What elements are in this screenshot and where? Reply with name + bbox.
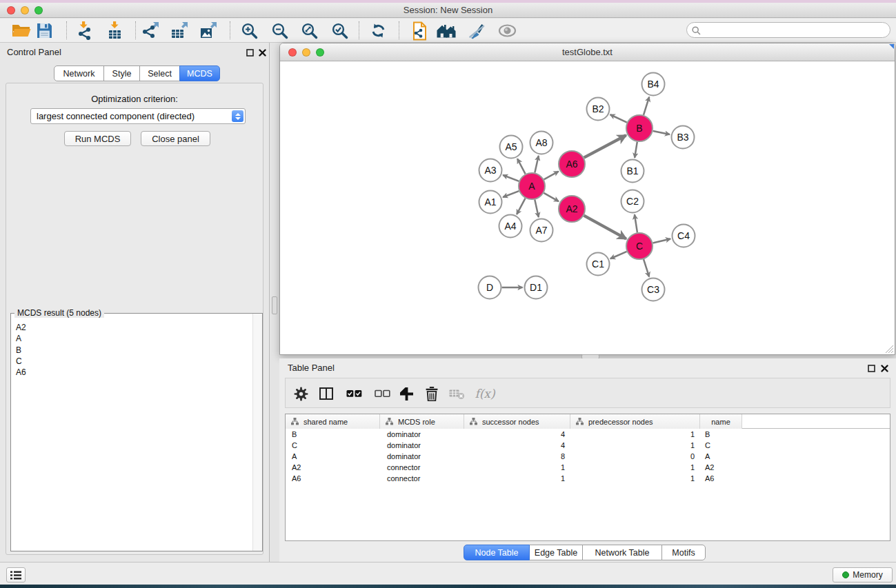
tab-style[interactable]: Style xyxy=(103,65,140,81)
tab-mcds[interactable]: MCDS xyxy=(179,65,220,81)
table-row[interactable]: Cdominator41C xyxy=(286,440,890,451)
table-row[interactable]: Bdominator41B xyxy=(286,429,890,440)
run-mcds-button[interactable]: Run MCDS xyxy=(64,131,131,146)
show-graphics-details-button[interactable] xyxy=(495,20,519,41)
function-builder-button[interactable]: f(x) xyxy=(473,385,497,403)
add-column-button[interactable] xyxy=(397,385,415,403)
graph-node-C1[interactable]: C1 xyxy=(587,253,610,276)
search-input[interactable] xyxy=(704,23,886,37)
graph-node-A3[interactable]: A3 xyxy=(479,159,502,182)
graph-node-A6[interactable]: A6 xyxy=(559,151,585,177)
zoom-window-button[interactable] xyxy=(34,6,43,14)
zoom-selected-button[interactable] xyxy=(327,20,352,41)
graph-edge-B-B1[interactable] xyxy=(635,142,637,158)
tab-motifs[interactable]: Motifs xyxy=(661,545,706,560)
optimization-criterion-select[interactable]: largest connected component (directed) xyxy=(30,108,246,124)
network-close-button[interactable] xyxy=(288,48,297,57)
graph-node-C2[interactable]: C2 xyxy=(621,190,644,213)
column-settings-button[interactable] xyxy=(292,385,310,403)
close-panel-button[interactable] xyxy=(258,48,267,57)
task-history-button[interactable] xyxy=(6,567,26,582)
zoom-fit-button[interactable] xyxy=(297,20,321,41)
graph-node-C4[interactable]: C4 xyxy=(673,225,695,247)
graph-edge-A-A6[interactable] xyxy=(544,172,559,180)
graph-node-B1[interactable]: B1 xyxy=(621,160,644,183)
column-header-shared-name[interactable]: shared name xyxy=(286,414,380,429)
memory-button[interactable]: Memory xyxy=(833,567,893,582)
graph-node-D1[interactable]: D1 xyxy=(525,276,548,299)
delete-table-button[interactable] xyxy=(448,385,466,403)
graph-edge-A-A4[interactable] xyxy=(517,199,525,214)
vertical-splitter-handle[interactable] xyxy=(272,296,277,314)
save-session-button[interactable] xyxy=(32,20,57,41)
graph-edge-C-C2[interactable] xyxy=(635,214,637,232)
result-item[interactable]: B xyxy=(12,345,252,356)
graph-edge-A2-C[interactable] xyxy=(584,216,626,239)
graph-edge-A-A5[interactable] xyxy=(517,159,526,174)
tab-select[interactable]: Select xyxy=(139,65,180,81)
graph-node-B2[interactable]: B2 xyxy=(587,98,610,121)
table-float-button[interactable] xyxy=(867,364,876,373)
clone-network-button[interactable] xyxy=(406,20,431,41)
resize-grip-icon[interactable] xyxy=(884,344,894,354)
network-canvas[interactable]: B4B2BB3A8A5A6A3B1AA1C2A2A4A7C4CC1DD1C3 xyxy=(280,61,895,354)
graph-edge-B-B3[interactable] xyxy=(653,131,670,134)
graph-edge-C-C4[interactable] xyxy=(653,239,670,243)
enable-all-checks-button[interactable] xyxy=(345,385,363,403)
float-panel-button[interactable] xyxy=(246,48,255,57)
export-network-button[interactable] xyxy=(139,20,163,41)
import-table-button[interactable] xyxy=(102,20,127,41)
disable-all-checks-button[interactable] xyxy=(373,385,391,403)
tab-network[interactable]: Network xyxy=(54,65,104,81)
tab-network-table[interactable]: Network Table xyxy=(582,545,662,560)
network-zoom-button[interactable] xyxy=(316,48,324,57)
result-item[interactable]: A xyxy=(12,333,252,344)
result-item[interactable]: A2 xyxy=(12,322,252,333)
column-header-name[interactable]: name xyxy=(700,414,742,429)
table-row[interactable]: Adominator80A xyxy=(286,451,890,462)
column-header-successor-nodes[interactable]: successor nodes xyxy=(464,414,570,429)
welcome-screen-button[interactable] xyxy=(434,20,459,41)
graph-node-A2[interactable]: A2 xyxy=(559,196,585,222)
graph-edge-B-B4[interactable] xyxy=(644,97,649,115)
graph-node-B[interactable]: B xyxy=(626,115,653,141)
delete-column-button[interactable] xyxy=(423,385,441,403)
hide-graphics-details-button[interactable] xyxy=(464,20,489,41)
graph-node-A4[interactable]: A4 xyxy=(499,215,522,238)
import-network-button[interactable] xyxy=(71,20,96,41)
minimize-window-button[interactable] xyxy=(21,6,29,14)
close-window-button[interactable] xyxy=(7,6,15,14)
table-row[interactable]: A2connector11A2 xyxy=(286,462,890,473)
search-box[interactable] xyxy=(686,22,890,38)
table-close-button[interactable] xyxy=(880,364,889,373)
graph-node-A1[interactable]: A1 xyxy=(479,191,502,214)
graph-edge-A-A8[interactable] xyxy=(535,156,538,172)
graph-edge-B-B2[interactable] xyxy=(610,114,627,122)
graph-edge-A-A7[interactable] xyxy=(535,200,539,217)
graph-edge-C-C1[interactable] xyxy=(610,252,627,258)
graph-node-A5[interactable]: A5 xyxy=(500,136,523,159)
graph-edge-A-A3[interactable] xyxy=(503,175,519,181)
graph-node-A[interactable]: A xyxy=(519,173,545,199)
graph-edge-A-A1[interactable] xyxy=(503,191,519,197)
graph-node-D[interactable]: D xyxy=(479,276,501,299)
result-scrollbar[interactable] xyxy=(252,314,262,551)
network-minimize-button[interactable] xyxy=(302,48,310,57)
graph-node-B4[interactable]: B4 xyxy=(642,73,665,96)
network-graph[interactable]: B4B2BB3A8A5A6A3B1AA1C2A2A4A7C4CC1DD1C3 xyxy=(280,61,895,354)
column-header-predecessor-nodes[interactable]: predecessor nodes xyxy=(570,414,700,429)
graph-node-C[interactable]: C xyxy=(626,233,653,259)
zoom-in-button[interactable] xyxy=(237,20,261,41)
split-table-button[interactable] xyxy=(317,385,335,403)
result-item[interactable]: C xyxy=(12,356,252,367)
graph-edge-A-A2[interactable] xyxy=(544,193,558,201)
export-image-button[interactable] xyxy=(197,20,221,41)
graph-node-C3[interactable]: C3 xyxy=(642,278,665,301)
export-table-button[interactable] xyxy=(168,20,192,41)
graph-edge-A6-B[interactable] xyxy=(584,135,626,157)
graph-node-B3[interactable]: B3 xyxy=(672,126,695,149)
refresh-layout-button[interactable] xyxy=(366,20,390,41)
graph-edge-C-C3[interactable] xyxy=(644,259,649,276)
close-panel-button-mcds[interactable]: Close panel xyxy=(141,131,210,146)
result-item[interactable]: A6 xyxy=(12,367,252,378)
